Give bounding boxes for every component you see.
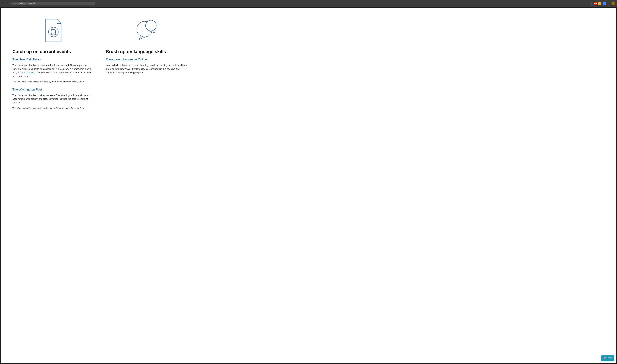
two-column-layout: Catch up on current events The New York … [13, 16, 188, 114]
browser-controls: ↻ ⌂ [2, 2, 9, 5]
nyt-funding: The New York Times access is funded by t… [13, 80, 94, 83]
news-document-icon [43, 18, 64, 43]
wapo-description: The University Libraries provides access… [13, 94, 94, 104]
page-wrapper: Catch up on current events The New York … [0, 7, 617, 364]
browser-chrome: ↻ ⌂ ⇄ library.unc.edu/ul/leisure/ ☆ ⚙ AB… [0, 0, 617, 7]
nyt-cooking-link[interactable]: NYT Cooking [22, 71, 35, 74]
blue-extension[interactable]: Z [603, 2, 606, 5]
address-bar[interactable]: ⇄ library.unc.edu/ul/leisure/ [11, 2, 95, 5]
page-content: Catch up on current events The New York … [1, 8, 616, 363]
nyt-description: The University Libraries has partnered w… [13, 64, 94, 78]
chat-icon-container [106, 16, 188, 45]
feedback-label: FEE [607, 357, 612, 360]
extensions-button[interactable]: ⧉ [607, 2, 610, 5]
yellow-extension[interactable]: ■ [598, 2, 602, 5]
adblock-extension[interactable]: ABP [594, 2, 597, 5]
home-button[interactable]: ⌂ [6, 2, 9, 5]
transparent-lang-description: Need to build or brush up on your listen… [106, 64, 188, 74]
wapo-link[interactable]: The Washington Post [13, 88, 42, 91]
nyt-link[interactable]: The New York Times [13, 58, 41, 61]
settings-button[interactable]: ⚙ [590, 2, 593, 5]
svg-point-4 [146, 20, 156, 31]
profile-avatar[interactable] [611, 1, 615, 5]
browser-actions: ☆ ⚙ ABP ■ Z ⧉ [585, 1, 615, 5]
lock-icon: ⇄ [13, 2, 14, 4]
current-events-heading: Catch up on current events [13, 49, 94, 54]
content-inner: Catch up on current events The New York … [1, 8, 199, 123]
chat-bubbles-icon [134, 18, 160, 43]
bookmark-button[interactable]: ☆ [585, 2, 589, 5]
feedback-button[interactable]: 📢 FEE [601, 355, 614, 361]
transparent-lang-link[interactable]: Transparent Language Online [106, 58, 147, 61]
language-skills-heading: Brush up on language skills [106, 49, 188, 54]
url-text: library.unc.edu/ul/leisure/ [15, 2, 35, 4]
language-skills-section: Brush up on language skills Transparent … [106, 16, 188, 114]
feedback-icon: 📢 [604, 357, 606, 360]
reload-button[interactable]: ↻ [2, 2, 5, 5]
wapo-funding: The Washington Post access is funded by … [13, 106, 94, 110]
current-events-section: Catch up on current events The New York … [13, 16, 94, 114]
news-icon-container [13, 16, 94, 45]
